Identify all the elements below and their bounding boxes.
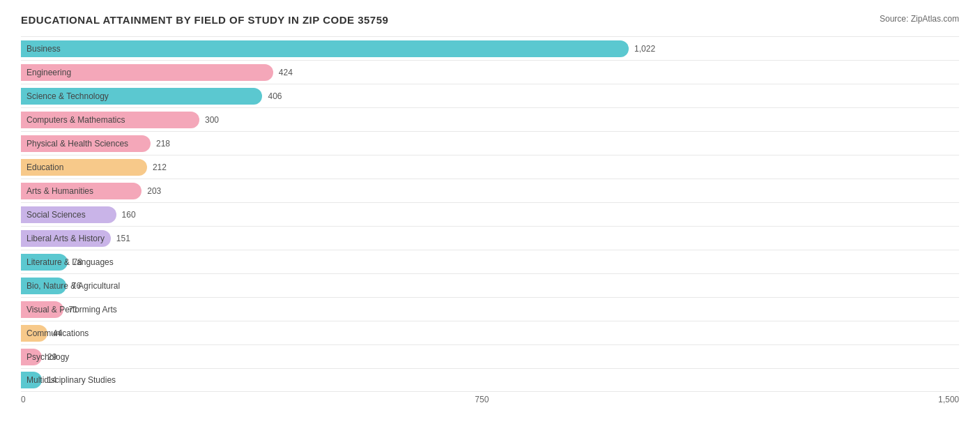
- bar: Communications: [21, 325, 47, 342]
- bar-row: Visual & Performing Arts71: [21, 297, 959, 321]
- bar-value: 406: [268, 91, 282, 101]
- bar: Business: [21, 40, 629, 57]
- bar-row: Education212: [21, 155, 959, 179]
- bar: Physical & Health Sciences: [21, 135, 151, 152]
- bar: Literature & Languages: [21, 254, 68, 271]
- bar-row: Psychology29: [21, 344, 959, 368]
- bar-container: Literature & Languages78: [21, 250, 959, 273]
- bar-label: Social Sciences: [26, 210, 86, 220]
- bar-container: Business1,022: [21, 37, 959, 60]
- bar-label: Psychology: [26, 352, 69, 362]
- bar-container: Bio, Nature & Agricultural76: [21, 274, 959, 297]
- x-axis: 07501,500: [21, 395, 959, 404]
- bar: Arts & Humanities: [21, 183, 141, 199]
- bar-row: Arts & Humanities203: [21, 179, 959, 202]
- bar-value: 424: [279, 68, 293, 77]
- bar-container: Communications44: [21, 321, 959, 344]
- bar: Multidisciplinary Studies: [21, 372, 42, 388]
- chart-title: EDUCATIONAL ATTAINMENT BY FIELD OF STUDY…: [21, 14, 388, 26]
- bar: Visual & Performing Arts: [21, 301, 63, 318]
- bar: Science & Technology: [21, 88, 262, 105]
- bar-row: Science & Technology406: [21, 84, 959, 107]
- bar-row: Computers & Mathematics300: [21, 107, 959, 131]
- bar: Education: [21, 159, 147, 176]
- bar-value: 151: [116, 234, 130, 243]
- source-label: Source: ZipAtlas.com: [880, 14, 959, 24]
- bar-container: Science & Technology406: [21, 84, 959, 107]
- bar: Engineering: [21, 64, 273, 81]
- bar-container: Engineering424: [21, 61, 959, 84]
- bar-container: Liberal Arts & History151: [21, 227, 959, 250]
- bar-row: Engineering424: [21, 60, 959, 84]
- bar: Social Sciences: [21, 206, 116, 223]
- bar-row: Physical & Health Sciences218: [21, 131, 959, 155]
- bar-value: 212: [153, 162, 167, 172]
- bar-container: Social Sciences160: [21, 203, 959, 226]
- chart-wrapper: Business1,022Engineering424Science & Tec…: [21, 36, 959, 404]
- bar-label: Liberal Arts & History: [26, 234, 105, 243]
- bar-container: Visual & Performing Arts71: [21, 298, 959, 321]
- bar-value: 300: [205, 115, 219, 125]
- bar-label: Business: [26, 44, 61, 54]
- bar-container: Computers & Mathematics300: [21, 108, 959, 131]
- bar-container: Arts & Humanities203: [21, 179, 959, 202]
- bar-label: Engineering: [26, 68, 71, 77]
- bar-row: Communications44: [21, 321, 959, 344]
- bar-container: Multidisciplinary Studies14: [21, 369, 959, 391]
- bar-label: Computers & Mathematics: [26, 115, 125, 125]
- bar: Bio, Nature & Agricultural: [21, 278, 66, 294]
- bar-label: Bio, Nature & Agricultural: [26, 281, 120, 291]
- bar-value: 1,022: [634, 44, 655, 54]
- bar-label: Multidisciplinary Studies: [26, 375, 116, 385]
- bar-label: Physical & Health Sciences: [26, 139, 128, 149]
- bar-label: Communications: [26, 328, 89, 338]
- bar-row: Bio, Nature & Agricultural76: [21, 273, 959, 297]
- bar-label: Visual & Performing Arts: [26, 305, 117, 314]
- bar-row: Business1,022: [21, 36, 959, 60]
- bar: Computers & Mathematics: [21, 112, 199, 128]
- bar-label: Education: [26, 162, 63, 172]
- bar-value: 160: [122, 210, 136, 220]
- chart-area: Business1,022Engineering424Science & Tec…: [21, 36, 959, 392]
- bar-row: Liberal Arts & History151: [21, 226, 959, 250]
- x-axis-label: 0: [21, 395, 26, 404]
- bar-row: Social Sciences160: [21, 202, 959, 226]
- bar: Psychology: [21, 349, 42, 365]
- bar-container: Psychology29: [21, 345, 959, 368]
- bar: Liberal Arts & History: [21, 230, 111, 247]
- bar-label: Arts & Humanities: [26, 186, 93, 196]
- bar-container: Physical & Health Sciences218: [21, 132, 959, 155]
- bar-container: Education212: [21, 155, 959, 179]
- bar-value: 218: [156, 139, 170, 149]
- bar-value: 203: [147, 186, 161, 196]
- bar-label: Science & Technology: [26, 91, 109, 101]
- bar-row: Multidisciplinary Studies14: [21, 368, 959, 392]
- x-axis-label: 1,500: [938, 395, 959, 404]
- bar-label: Literature & Languages: [26, 257, 114, 267]
- bar-row: Literature & Languages78: [21, 250, 959, 273]
- chart-container: EDUCATIONAL ATTAINMENT BY FIELD OF STUDY…: [21, 14, 959, 404]
- x-axis-label: 750: [475, 395, 489, 404]
